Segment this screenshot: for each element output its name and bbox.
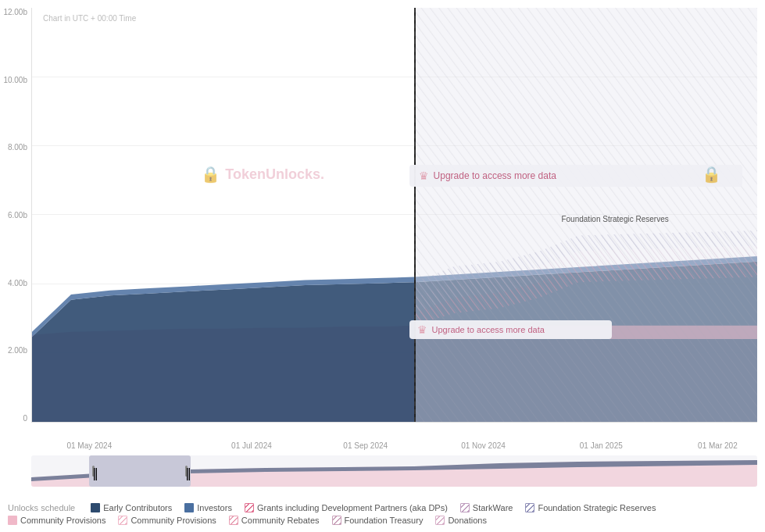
legend-item-donations: Donations xyxy=(435,516,487,525)
x-label-may: 01 May 2024 xyxy=(66,441,112,450)
y-label-8: 8.00b xyxy=(8,143,27,152)
legend-item-grants: Grants including Development Partners (a… xyxy=(245,503,448,512)
scrollbar-thumb[interactable]: ‖ ‖ xyxy=(89,455,191,487)
swatch-early-contributors xyxy=(91,503,100,512)
legend-item-community-provisions-2: Community Provisions xyxy=(118,516,216,525)
legend-label-community-provisions-1: Community Provisions xyxy=(20,516,105,525)
legend-label-community-rebates: Community Rebates xyxy=(241,516,320,525)
y-label-0: 0 xyxy=(23,414,27,423)
legend-label-foundation-treasury: Foundation Treasury xyxy=(345,516,424,525)
legend-item-foundation-reserves: Foundation Strategic Reserves xyxy=(525,503,656,512)
legend-label-grants: Grants including Development Partners (a… xyxy=(257,503,448,512)
chart-svg xyxy=(32,8,757,422)
legend-item-community-rebates: Community Rebates xyxy=(229,516,320,525)
y-label-2: 2.00b xyxy=(8,346,27,355)
legend-row-2: Community Provisions Community Provision… xyxy=(8,516,757,525)
swatch-foundation-reserves xyxy=(525,503,534,512)
scroll-handle-left[interactable]: ‖ xyxy=(92,466,95,477)
legend-title: Unlocks schedule xyxy=(8,503,75,512)
swatch-community-provisions-2 xyxy=(118,516,127,525)
legend-item-investors: Investors xyxy=(184,503,232,512)
legend-row-1: Unlocks schedule Early Contributors Inve… xyxy=(8,503,757,512)
today-line: Today xyxy=(414,8,416,422)
locked-region xyxy=(414,8,757,422)
chart-container: 12.00b 10.00b 8.00b 6.00b 4.00b 2.00b 0 … xyxy=(0,0,765,532)
legend-label-foundation-reserves: Foundation Strategic Reserves xyxy=(538,503,656,512)
swatch-community-rebates xyxy=(229,516,238,525)
y-axis: 12.00b 10.00b 8.00b 6.00b 4.00b 2.00b 0 xyxy=(0,8,31,423)
legend-item-starkware: StarkWare xyxy=(460,503,513,512)
swatch-grants xyxy=(245,503,254,512)
swatch-investors xyxy=(184,503,194,512)
scrollbar-area[interactable]: ‖ ‖ xyxy=(31,455,757,487)
crown-icon: ♛ xyxy=(419,170,429,182)
upgrade-banner-top[interactable]: ♛ Upgrade to access more data xyxy=(409,165,743,187)
y-label-10: 10.00b xyxy=(3,76,27,84)
x-axis: 01 May 2024 01 Jul 2024 01 Sep 2024 01 N… xyxy=(31,441,757,450)
legend-label-investors: Investors xyxy=(197,503,232,512)
legend-item-community-provisions-1: Community Provisions xyxy=(8,516,105,525)
upgrade-text-mid: Upgrade to access more data xyxy=(432,325,545,334)
x-label-mar: 01 Mar 202 xyxy=(698,441,738,450)
chart-inner: Today ♛ Upgrade to access more data ♛ Up… xyxy=(31,8,757,423)
x-label-jan: 01 Jan 2025 xyxy=(580,441,623,450)
swatch-foundation-treasury xyxy=(332,516,341,525)
legend-item-foundation-treasury: Foundation Treasury xyxy=(332,516,424,525)
y-label-6: 6.00b xyxy=(8,211,27,220)
crown-icon-2: ♛ xyxy=(417,323,427,336)
upgrade-banner-mid[interactable]: ♛ Upgrade to access more data xyxy=(409,320,613,339)
x-label-nov: 01 Nov 2024 xyxy=(461,441,506,450)
legend-label-community-provisions-2: Community Provisions xyxy=(130,516,216,525)
x-label-jul: 01 Jul 2024 xyxy=(231,441,272,450)
legend-item-early-contributors: Early Contributors xyxy=(91,503,172,512)
y-label-4: 4.00b xyxy=(8,279,27,287)
upgrade-text-top: Upgrade to access more data xyxy=(434,170,556,181)
scroll-handle-right[interactable]: ‖ xyxy=(185,466,188,477)
legend-label-donations: Donations xyxy=(448,516,487,525)
y-label-12: 12.00b xyxy=(3,8,27,16)
swatch-starkware xyxy=(460,503,470,512)
x-label-sep: 01 Sep 2024 xyxy=(343,441,388,450)
swatch-donations xyxy=(435,516,445,525)
legend-label-starkware: StarkWare xyxy=(473,503,513,512)
legend: Unlocks schedule Early Contributors Inve… xyxy=(8,503,757,528)
legend-label-early: Early Contributors xyxy=(103,503,172,512)
swatch-community-provisions-1 xyxy=(8,516,17,525)
